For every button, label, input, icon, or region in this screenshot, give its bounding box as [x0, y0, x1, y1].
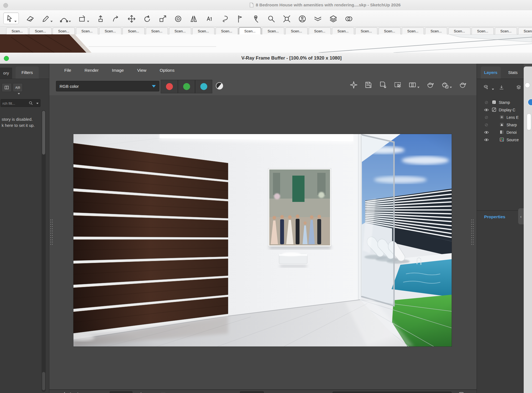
- red-channel-button[interactable]: [161, 80, 178, 93]
- eye-hidden-icon[interactable]: [484, 123, 489, 127]
- save-layer-preset-button[interactable]: [514, 83, 523, 91]
- scene-tab[interactable]: Scen...: [448, 27, 470, 35]
- zoom-tool-button[interactable]: [267, 14, 275, 23]
- scene-tab[interactable]: Scen...: [309, 27, 331, 35]
- layer-row-stamp[interactable]: Stamp: [477, 99, 524, 106]
- tape-measure-tool-button[interactable]: [252, 14, 260, 23]
- eye-visible-icon[interactable]: [484, 138, 489, 142]
- tab-filters[interactable]: Filters: [16, 66, 39, 79]
- panel-resize-grip-left[interactable]: [50, 219, 53, 245]
- scene-tab[interactable]: Scen...: [76, 27, 98, 35]
- position-camera-tool-button[interactable]: [298, 14, 306, 23]
- compare-images-button[interactable]: [408, 81, 420, 89]
- scene-tab[interactable]: Scen...: [285, 27, 308, 35]
- layers-tool-button[interactable]: [329, 14, 337, 23]
- chevron-down-icon[interactable]: [18, 93, 20, 94]
- channel-dropdown[interactable]: RGB color: [56, 81, 159, 91]
- chevron-down-icon[interactable]: [36, 103, 39, 104]
- scene-tab[interactable]: Scen...: [192, 27, 214, 35]
- scene-tab[interactable]: Scen...: [518, 27, 532, 35]
- scene-tab[interactable]: Scen...: [332, 27, 354, 35]
- scene-tab[interactable]: Scen...: [146, 27, 168, 35]
- layer-row-display[interactable]: Display C: [477, 106, 524, 114]
- tab-layers[interactable]: Layers: [481, 66, 501, 79]
- eye-hidden-icon[interactable]: [484, 101, 489, 104]
- ab-compare-button[interactable]: A|B: [13, 83, 23, 92]
- history-scrollbar[interactable]: [42, 110, 46, 392]
- add-layer-button[interactable]: [481, 83, 491, 91]
- scene-tab[interactable]: Scen...: [29, 27, 52, 35]
- tab-stats[interactable]: Stats: [504, 66, 522, 79]
- vfb-window-button[interactable]: [4, 56, 9, 61]
- chevron-down-icon[interactable]: [417, 87, 420, 88]
- fog-tool-button[interactable]: [314, 14, 322, 23]
- scene-tab[interactable]: Scen...: [425, 27, 447, 35]
- menu-render[interactable]: Render: [85, 68, 99, 73]
- lasso-tool-button[interactable]: [221, 14, 229, 23]
- scene-tab[interactable]: Scen...: [216, 27, 238, 35]
- scene-tab[interactable]: Scen...: [169, 27, 191, 35]
- color-model-select[interactable]: HSV: [240, 391, 264, 393]
- green-channel-button[interactable]: [178, 80, 195, 93]
- followme-tool-button[interactable]: [112, 14, 120, 23]
- panel-resize-grip-right[interactable]: [471, 219, 474, 245]
- history-compare-button[interactable]: [2, 83, 12, 92]
- eye-visible-icon[interactable]: [484, 131, 489, 134]
- eye-visible-icon[interactable]: [484, 108, 489, 112]
- rectangle-tool-button[interactable]: [78, 14, 89, 23]
- layer-row-lens[interactable]: Lens E: [477, 114, 524, 121]
- select-tool-button[interactable]: [3, 12, 19, 24]
- layer-row-source[interactable]: Source: [477, 136, 524, 143]
- axes-tool-button[interactable]: [236, 14, 244, 23]
- blue-channel-button[interactable]: [195, 80, 212, 93]
- scene-tab[interactable]: Scen...: [495, 27, 517, 35]
- menu-view[interactable]: View: [137, 68, 146, 73]
- vfb-canvas[interactable]: [49, 95, 477, 389]
- layer-row-denoiser[interactable]: Denoi: [477, 129, 524, 136]
- sketchup-viewport[interactable]: [0, 34, 532, 53]
- pixel-probe-icon[interactable]: [62, 392, 67, 393]
- chevron-down-icon[interactable]: [14, 21, 17, 22]
- eye-hidden-icon[interactable]: [484, 116, 489, 119]
- raw-values-icon[interactable]: [140, 392, 145, 393]
- offset-tool-button[interactable]: [174, 14, 182, 23]
- mirror-tool-button[interactable]: [190, 14, 198, 23]
- save-image-button[interactable]: [364, 81, 372, 89]
- rotate-tool-button[interactable]: [143, 14, 151, 23]
- scene-tab[interactable]: Scen...: [99, 27, 121, 35]
- region-render-button[interactable]: [394, 81, 402, 89]
- line-tool-button[interactable]: [42, 14, 53, 23]
- scene-tab[interactable]: Scen...: [402, 27, 424, 35]
- tab-history[interactable]: ory: [0, 68, 12, 79]
- move-tool-button[interactable]: [127, 14, 136, 23]
- scene-tab[interactable]: Scen...: [6, 27, 28, 35]
- menu-image[interactable]: Image: [112, 68, 124, 73]
- dimension-tool-button[interactable]: [205, 14, 213, 23]
- menu-options[interactable]: Options: [160, 68, 174, 73]
- history-search-input[interactable]: [2, 100, 31, 107]
- arc-tool-button[interactable]: [60, 14, 71, 23]
- save-all-channels-button[interactable]: [379, 81, 387, 89]
- collapse-properties-tab[interactable]: ‹: [518, 208, 524, 224]
- menu-file[interactable]: File: [64, 68, 71, 73]
- render-last-button[interactable]: [441, 81, 452, 89]
- scale-tool-button[interactable]: [158, 14, 167, 23]
- scene-tab[interactable]: Scen...: [378, 27, 401, 35]
- load-layer-preset-button[interactable]: [497, 83, 506, 91]
- chevron-down-icon[interactable]: [450, 87, 452, 88]
- chevron-down-icon[interactable]: [69, 21, 71, 22]
- stamp-text-field[interactable]: [332, 392, 452, 393]
- stamp-toggle-icon[interactable]: [459, 392, 464, 393]
- scene-tab[interactable]: Scen...: [472, 27, 494, 35]
- layer-row-sharpen[interactable]: Sharp: [477, 121, 524, 129]
- interactive-render-button[interactable]: [350, 81, 358, 89]
- zoom-extents-tool-button[interactable]: [283, 14, 291, 23]
- follow-mouse-render-button[interactable]: [426, 81, 434, 89]
- pushpull-tool-button[interactable]: [96, 14, 105, 23]
- zoom-select[interactable]: 1:1: [110, 391, 132, 393]
- properties-header[interactable]: Properties: [484, 214, 505, 219]
- scene-tab[interactable]: Scen...: [122, 27, 145, 35]
- scrollbar-thumb[interactable]: [42, 111, 45, 155]
- eraser-tool-button[interactable]: [26, 14, 34, 23]
- scrollbar-thumb[interactable]: [42, 372, 45, 390]
